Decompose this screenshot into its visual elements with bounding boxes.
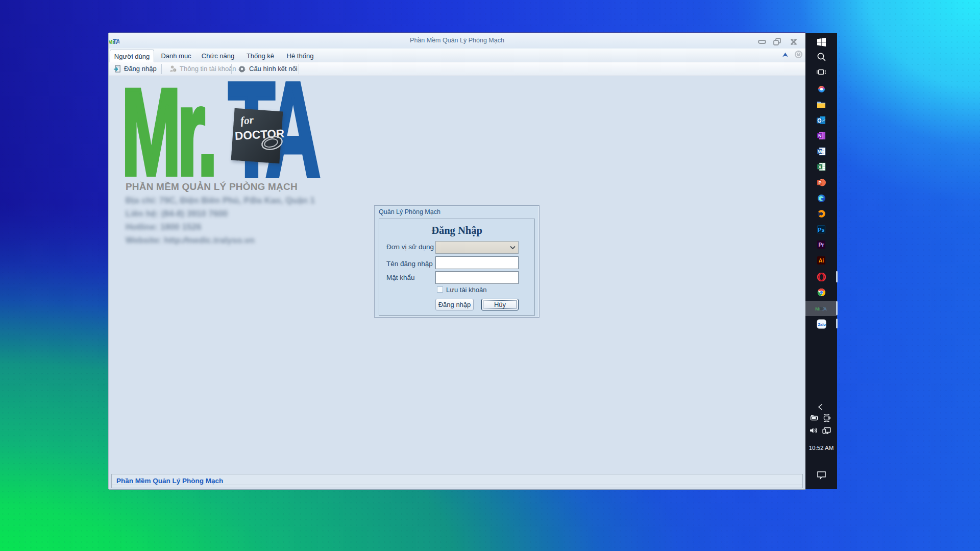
svg-text:W: W — [818, 149, 822, 154]
svg-text:Zalo: Zalo — [818, 322, 826, 327]
svg-text:X: X — [818, 164, 821, 169]
svg-text:N: N — [818, 133, 822, 138]
svg-text:P: P — [818, 180, 821, 185]
svg-text:i: i — [174, 68, 175, 72]
